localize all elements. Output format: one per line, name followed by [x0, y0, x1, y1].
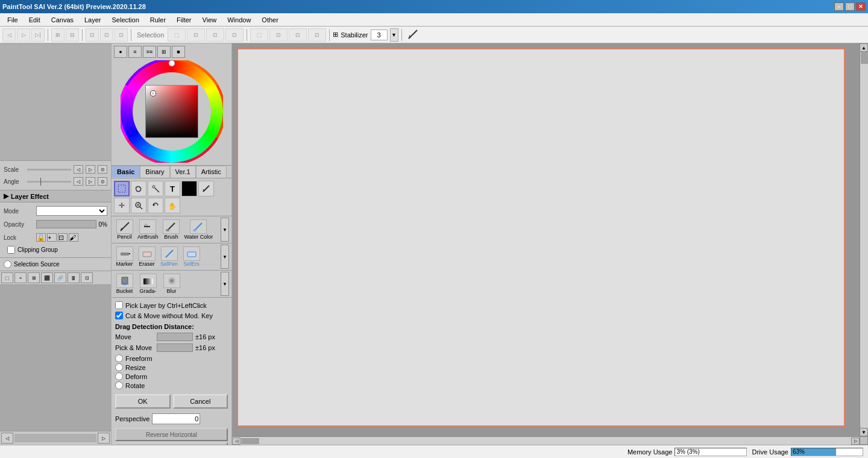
- bucket-tool[interactable]: Bucket: [114, 272, 135, 295]
- toolbar-btn-5[interactable]: ⊟: [66, 28, 79, 42]
- brush-tab-artistic[interactable]: Artistic: [196, 166, 227, 178]
- toolbar-btn-6[interactable]: ⊡: [86, 28, 99, 42]
- stabilizer-dropdown[interactable]: ▼: [390, 28, 398, 42]
- brush-selpen[interactable]: SelPen: [159, 245, 180, 268]
- canvas-scroll-down[interactable]: ▼: [860, 428, 868, 436]
- toolbar-sel-6[interactable]: ⊡: [269, 28, 288, 42]
- text-tool-icon[interactable]: T: [165, 181, 180, 196]
- layer-group[interactable]: ⊞: [28, 272, 40, 283]
- menu-other[interactable]: Other: [257, 15, 283, 25]
- scale-slider[interactable]: [27, 169, 71, 171]
- move-tool-icon[interactable]: ✛: [114, 198, 130, 213]
- brush-selers[interactable]: SelErs: [181, 245, 202, 268]
- pick-move-slider[interactable]: [157, 344, 193, 352]
- brush-tab-binary[interactable]: Binary: [140, 166, 169, 178]
- scale-dec[interactable]: ◁: [74, 165, 83, 174]
- toolbar-sel-7[interactable]: ⊡: [289, 28, 307, 42]
- toolbar-sel-5[interactable]: ⬚: [250, 28, 268, 42]
- angle-slider[interactable]: [27, 181, 71, 183]
- angle-dec[interactable]: ◁: [74, 177, 83, 186]
- color-square[interactable]: [145, 85, 198, 138]
- canvas-hscroll-track[interactable]: [241, 438, 851, 445]
- canvas-hscroll-thumb[interactable]: [241, 438, 259, 444]
- resize-radio[interactable]: [115, 363, 123, 371]
- layer-mask[interactable]: ⬛: [41, 272, 53, 283]
- lock-btn-4[interactable]: 🖌: [69, 233, 78, 242]
- opacity-slider[interactable]: [36, 220, 96, 228]
- menu-file[interactable]: File: [2, 15, 23, 25]
- toolbar-btn-4[interactable]: ⊞: [51, 28, 64, 42]
- brush-scroll-button[interactable]: ▼: [221, 218, 229, 242]
- color-tab-swatches[interactable]: ≡≡: [143, 46, 156, 58]
- sel-source-radio[interactable]: [4, 260, 11, 268]
- close-button[interactable]: ✕: [856, 2, 866, 11]
- hand-tool-icon[interactable]: ✋: [165, 198, 180, 213]
- perspective-input[interactable]: [152, 413, 200, 424]
- ok-button[interactable]: OK: [115, 394, 171, 409]
- canvas-hscroll[interactable]: ◁ ▷: [232, 436, 860, 445]
- clipping-checkbox[interactable]: [7, 246, 15, 254]
- toolbar-btn-3[interactable]: ▷|: [31, 28, 45, 42]
- menu-layer[interactable]: Layer: [80, 15, 106, 25]
- toolbar-sel-2[interactable]: ⊡: [187, 28, 205, 42]
- color-wheel-container[interactable]: [121, 60, 223, 163]
- toolbar-sel-4[interactable]: ⊡: [225, 28, 244, 42]
- brush-tab-ver1[interactable]: Ver.1: [170, 166, 196, 178]
- menu-filter[interactable]: Filter: [172, 15, 196, 25]
- layer-link[interactable]: 🔗: [54, 272, 66, 283]
- minimize-button[interactable]: −: [834, 2, 844, 11]
- toolbar-btn-8[interactable]: ⊡: [115, 28, 128, 42]
- brush-brush[interactable]: Brush: [161, 218, 182, 241]
- maximize-button[interactable]: □: [845, 2, 855, 11]
- brush-marker[interactable]: Marker: [114, 245, 135, 268]
- freeform-radio[interactable]: [115, 354, 123, 362]
- cancel-button[interactable]: Cancel: [173, 394, 228, 409]
- toolbar-sel-8[interactable]: ⊡: [308, 28, 326, 42]
- brush-tab-basic[interactable]: Basic: [112, 166, 140, 178]
- color-tab-wheel[interactable]: ●: [114, 46, 127, 58]
- rotate-tool-icon[interactable]: [148, 198, 163, 213]
- color-tab-grid[interactable]: ⊞: [157, 46, 171, 58]
- brush-airbrush[interactable]: AirBrush: [136, 218, 160, 241]
- stabilizer-input[interactable]: [371, 30, 388, 40]
- brush-pencil[interactable]: Pencil: [114, 218, 135, 241]
- angle-reset[interactable]: ⊙: [98, 177, 107, 186]
- layer-scroll-bar[interactable]: [14, 434, 96, 442]
- scale-inc[interactable]: ▷: [86, 165, 95, 174]
- brush-watercolor[interactable]: Water Color: [183, 218, 215, 241]
- canvas-scroll-up[interactable]: ▲: [860, 43, 868, 52]
- mode-select[interactable]: [36, 206, 107, 216]
- rotate-radio[interactable]: [115, 381, 123, 389]
- lock-btn-3[interactable]: ⊡: [58, 233, 68, 242]
- color-swatch-display[interactable]: [181, 181, 197, 196]
- deform-radio[interactable]: [115, 372, 123, 380]
- layer-delete[interactable]: 🗑: [68, 272, 80, 283]
- blur-tool[interactable]: Blur: [161, 272, 182, 295]
- scale-reset[interactable]: ⊙: [98, 165, 107, 174]
- layer-passthrough[interactable]: ⬚: [1, 272, 13, 283]
- canvas-drawing[interactable]: [237, 48, 845, 427]
- canvas-vscroll[interactable]: [860, 52, 868, 428]
- cut-move-checkbox[interactable]: [115, 312, 123, 319]
- toolbar-btn-1[interactable]: ◁: [2, 28, 16, 42]
- canvas-vscroll-thumb[interactable]: [861, 52, 868, 64]
- canvas-scroll-left[interactable]: ◁: [232, 438, 241, 445]
- lasso-tool-icon[interactable]: [131, 181, 146, 196]
- menu-view[interactable]: View: [198, 15, 222, 25]
- menu-window[interactable]: Window: [222, 15, 256, 25]
- menu-edit[interactable]: Edit: [24, 15, 45, 25]
- brush-type-scroll2[interactable]: ▼: [221, 245, 229, 269]
- layer-scroll-left[interactable]: ◁: [1, 433, 13, 444]
- color-tab-custom[interactable]: ■: [172, 46, 185, 58]
- fill-tools-scroll[interactable]: ▼: [221, 272, 229, 296]
- color-picker-icon[interactable]: [198, 181, 214, 196]
- layer-effect-header[interactable]: ▶ Layer Effect: [0, 190, 111, 202]
- toolbar-btn-7[interactable]: ⊡: [100, 28, 113, 42]
- brush-eraser[interactable]: Eraser: [136, 245, 157, 268]
- menu-ruler[interactable]: Ruler: [145, 15, 171, 25]
- gradient-tool[interactable]: Grada-: [137, 272, 159, 295]
- zoom-in-icon[interactable]: [131, 198, 146, 213]
- selection-tool-icon[interactable]: [114, 181, 130, 196]
- menu-canvas[interactable]: Canvas: [46, 15, 78, 25]
- reverse-horizontal-button[interactable]: Reverse Horizontal: [115, 428, 228, 441]
